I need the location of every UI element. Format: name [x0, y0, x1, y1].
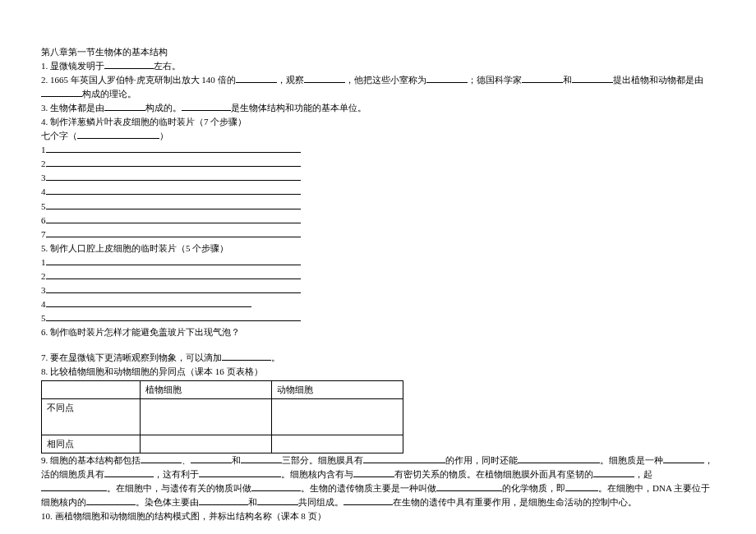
blank: [363, 453, 445, 463]
q9-p1: 9. 细胞的基本结构都包括: [41, 455, 141, 465]
table-cell: [141, 399, 272, 435]
blank: [426, 73, 468, 83]
q2-p1: 2. 1665 年英国人罗伯特·虎克研制出放大 140 倍的: [41, 75, 236, 85]
table-row-header: 植物细胞 动物细胞: [42, 381, 403, 399]
q4-step-3: 3: [41, 171, 715, 185]
q5-step-5: 5: [41, 311, 715, 325]
blank: [104, 101, 145, 111]
blank: [104, 59, 154, 69]
q9-p10: 有密切关系的物质。在植物细胞膜外面具有坚韧的: [394, 469, 593, 479]
q7-p2: 。: [271, 352, 280, 362]
q2-p7: 构成的理论。: [82, 89, 136, 99]
q2-p5: 和: [563, 75, 572, 85]
blank-line: [46, 311, 301, 321]
q9-p19: 在生物的遗传中具有重要作用，是细胞生命活动的控制中心。: [393, 497, 637, 507]
q9-p11: ，起: [634, 469, 652, 479]
question-1: 1. 显微镜发明于左右。: [41, 59, 715, 73]
q9-p9: 。细胞核内含有与: [281, 469, 353, 479]
blank: [565, 481, 598, 491]
table-cell-diff-label: 不同点: [42, 399, 141, 435]
blank-line: [46, 228, 301, 237]
blank: [222, 351, 271, 361]
blank: [251, 481, 301, 491]
blank: [436, 481, 502, 491]
q2-p4: ；德国科学家: [468, 75, 522, 85]
blank: [191, 453, 232, 463]
table-cell-same-label: 相同点: [42, 435, 141, 453]
q3-p3: 是生物体结构和功能的基本单位。: [231, 103, 366, 113]
q9-p6: 。细胞质是一种: [600, 455, 663, 465]
table-cell: [272, 399, 403, 435]
q5-step-1: 1: [41, 255, 715, 269]
q2-p2: ，观察: [277, 75, 304, 85]
blank: [182, 101, 231, 111]
question-4-title: 4. 制作洋葱鳞片叶表皮细胞的临时装片（7 个步骤）: [41, 115, 715, 129]
blank: [241, 453, 282, 463]
q5-step-4: 4: [41, 297, 715, 311]
question-6: 6. 制作临时装片怎样才能避免盖玻片下出现气泡？: [41, 325, 715, 339]
table-row-diff: 不同点: [42, 399, 403, 435]
table-row-same: 相同点: [42, 435, 403, 453]
blank-line: [46, 255, 301, 265]
q2-p6: 提出植物和动物都是由: [613, 75, 703, 85]
q9-p14: 的化学物质，即: [502, 483, 565, 493]
q9-p8: ，这有利于: [154, 469, 199, 479]
q2-p3: ，他把这些小室称为: [345, 75, 426, 85]
blank-line: [46, 143, 301, 153]
question-4-seven: 七个字（）: [41, 129, 715, 143]
q7-p1: 7. 要在显微镜下更清晰观察到物象，可以滴加: [41, 352, 222, 362]
blank-line: [46, 171, 301, 181]
chapter-title: 第八章第一节生物体的基本结构: [41, 45, 715, 59]
table-cell: [141, 435, 272, 453]
blank: [86, 495, 136, 505]
blank-line: [46, 269, 301, 279]
blank: [522, 73, 563, 83]
question-8-title: 8. 比较植物细胞和动物细胞的异同点（课本 16 页表格）: [41, 365, 715, 379]
q9-p3: 和: [232, 455, 241, 465]
blank: [41, 87, 82, 97]
table-cell-plant: 植物细胞: [141, 381, 272, 399]
q4-step-7: 7: [41, 228, 715, 242]
q4-step-6: 6: [41, 214, 715, 228]
question-2: 2. 1665 年英国人罗伯特·虎克研制出放大 140 倍的，观察，他把这些小室…: [41, 73, 715, 101]
q9-p2: 、: [182, 455, 191, 465]
blank: [257, 495, 298, 505]
blank: [593, 467, 634, 477]
q5-step-3: 3: [41, 283, 715, 297]
blank: [663, 453, 704, 463]
q3-p1: 3. 生物体都是由: [41, 103, 104, 113]
q9-p17: 和: [248, 497, 257, 507]
table-cell-animal: 动物细胞: [272, 381, 403, 399]
blank: [199, 495, 248, 505]
blank: [353, 467, 394, 477]
blank: [199, 467, 281, 477]
q4-step-2: 2: [41, 157, 715, 171]
q5-step-2: 2: [41, 269, 715, 283]
comparison-table: 植物细胞 动物细胞 不同点 相同点: [41, 380, 403, 453]
blank: [304, 73, 345, 83]
q9-p13: 。生物的遗传物质主要是一种叫做: [301, 483, 436, 493]
q9-p5: 的作用，同时还能: [445, 455, 518, 465]
blank-line: [46, 185, 301, 195]
question-9: 9. 细胞的基本结构都包括、和三部分。细胞膜具有的作用，同时还能。细胞质是一种，…: [41, 453, 715, 509]
q9-p18: 共同组成。: [298, 497, 343, 507]
blank-line: [46, 157, 301, 167]
blank-line: [46, 214, 301, 223]
table-cell-empty: [42, 381, 141, 399]
spacer: [41, 339, 715, 351]
blank-line: [46, 283, 301, 293]
document-body: 第八章第一节生物体的基本结构 1. 显微镜发明于左右。 2. 1665 年英国人…: [41, 45, 715, 523]
blank: [236, 73, 277, 83]
q9-p4: 三部分。细胞膜具有: [282, 455, 363, 465]
table-cell: [272, 435, 403, 453]
blank: [343, 495, 393, 505]
question-7: 7. 要在显微镜下更清晰观察到物象，可以滴加。: [41, 351, 715, 365]
q9-p12: 。在细胞中，与遗传有关的物质叫做: [107, 483, 251, 493]
blank: [572, 73, 613, 83]
q4-step-5: 5: [41, 200, 715, 214]
question-5-title: 5. 制作人口腔上皮细胞的临时装片（5 个步骤）: [41, 242, 715, 255]
blank-line: [46, 297, 251, 307]
q4-seven: 七个字（: [41, 131, 77, 140]
blank: [141, 453, 182, 463]
q1-prefix: 1. 显微镜发明于: [41, 61, 104, 71]
